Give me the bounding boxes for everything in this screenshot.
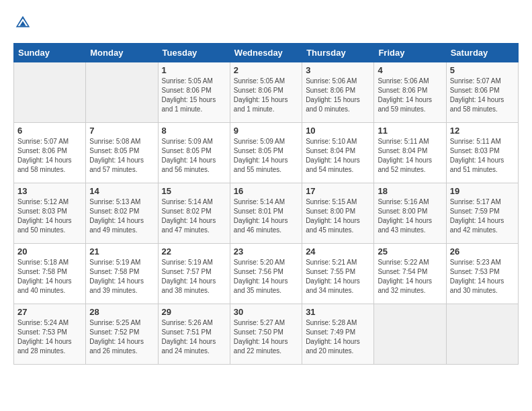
day-cell: 8Sunrise: 5:09 AMSunset: 8:05 PMDaylight… [158, 123, 230, 183]
week-row-2: 6Sunrise: 5:07 AMSunset: 8:06 PMDaylight… [14, 123, 519, 183]
day-number: 27 [17, 307, 82, 317]
day-info: Sunrise: 5:07 AMSunset: 8:06 PMDaylight:… [450, 77, 515, 114]
day-info: Sunrise: 5:08 AMSunset: 8:05 PMDaylight:… [89, 137, 154, 175]
day-number: 21 [89, 246, 154, 257]
week-row-1: 1Sunrise: 5:05 AMSunset: 8:06 PMDaylight… [14, 62, 519, 123]
day-cell: 29Sunrise: 5:26 AMSunset: 7:51 PMDayligh… [158, 304, 230, 365]
day-info: Sunrise: 5:19 AMSunset: 7:58 PMDaylight:… [89, 258, 154, 295]
day-cell: 16Sunrise: 5:14 AMSunset: 8:01 PMDayligh… [230, 183, 302, 244]
calendar-table: SundayMondayTuesdayWednesdayThursdayFrid… [13, 43, 519, 365]
day-info: Sunrise: 5:11 AMSunset: 8:04 PMDaylight:… [378, 137, 442, 175]
day-cell: 3Sunrise: 5:06 AMSunset: 8:06 PMDaylight… [302, 62, 374, 123]
day-info: Sunrise: 5:14 AMSunset: 8:02 PMDaylight:… [162, 197, 226, 235]
day-cell: 1Sunrise: 5:05 AMSunset: 8:06 PMDaylight… [158, 62, 230, 123]
day-cell: 22Sunrise: 5:19 AMSunset: 7:57 PMDayligh… [158, 244, 230, 304]
day-info: Sunrise: 5:11 AMSunset: 8:03 PMDaylight:… [450, 137, 515, 175]
day-number: 5 [450, 65, 515, 75]
day-cell: 24Sunrise: 5:21 AMSunset: 7:55 PMDayligh… [302, 244, 374, 304]
day-header-friday: Friday [374, 44, 446, 62]
day-info: Sunrise: 5:09 AMSunset: 8:05 PMDaylight:… [162, 137, 226, 175]
day-info: Sunrise: 5:21 AMSunset: 7:55 PMDaylight:… [306, 258, 370, 295]
day-number: 11 [378, 126, 442, 136]
day-header-saturday: Saturday [446, 44, 518, 62]
day-cell [86, 62, 158, 123]
day-info: Sunrise: 5:28 AMSunset: 7:49 PMDaylight:… [306, 318, 370, 356]
day-number: 15 [162, 186, 226, 196]
day-number: 22 [162, 246, 226, 257]
day-cell: 28Sunrise: 5:25 AMSunset: 7:52 PMDayligh… [86, 304, 158, 365]
day-number: 29 [162, 307, 226, 317]
day-header-tuesday: Tuesday [158, 44, 230, 62]
day-header-thursday: Thursday [302, 44, 374, 62]
day-info: Sunrise: 5:05 AMSunset: 8:06 PMDaylight:… [162, 77, 226, 114]
logo-icon [13, 13, 32, 32]
day-cell: 20Sunrise: 5:18 AMSunset: 7:58 PMDayligh… [14, 244, 86, 304]
week-row-3: 13Sunrise: 5:12 AMSunset: 8:03 PMDayligh… [14, 183, 519, 244]
day-info: Sunrise: 5:22 AMSunset: 7:54 PMDaylight:… [378, 258, 442, 295]
day-cell: 12Sunrise: 5:11 AMSunset: 8:03 PMDayligh… [446, 123, 518, 183]
day-cell: 31Sunrise: 5:28 AMSunset: 7:49 PMDayligh… [302, 304, 374, 365]
day-info: Sunrise: 5:19 AMSunset: 7:57 PMDaylight:… [162, 258, 226, 295]
day-number: 26 [450, 246, 515, 257]
day-cell: 13Sunrise: 5:12 AMSunset: 8:03 PMDayligh… [14, 183, 86, 244]
day-info: Sunrise: 5:15 AMSunset: 8:00 PMDaylight:… [306, 197, 370, 235]
day-info: Sunrise: 5:14 AMSunset: 8:01 PMDaylight:… [234, 197, 298, 235]
day-info: Sunrise: 5:06 AMSunset: 8:06 PMDaylight:… [378, 77, 442, 114]
day-cell: 19Sunrise: 5:17 AMSunset: 7:59 PMDayligh… [446, 183, 518, 244]
day-info: Sunrise: 5:24 AMSunset: 7:53 PMDaylight:… [17, 318, 82, 356]
day-number: 31 [306, 307, 370, 317]
day-cell: 30Sunrise: 5:27 AMSunset: 7:50 PMDayligh… [230, 304, 302, 365]
day-number: 23 [234, 246, 298, 257]
day-number: 30 [234, 307, 298, 317]
day-number: 3 [306, 65, 370, 75]
day-cell [446, 304, 518, 365]
day-number: 12 [450, 126, 515, 136]
day-number: 18 [378, 186, 442, 196]
day-number: 24 [306, 246, 370, 257]
day-number: 17 [306, 186, 370, 196]
day-cell: 4Sunrise: 5:06 AMSunset: 8:06 PMDaylight… [374, 62, 446, 123]
day-cell: 14Sunrise: 5:13 AMSunset: 8:02 PMDayligh… [86, 183, 158, 244]
day-number: 9 [234, 126, 298, 136]
day-header-wednesday: Wednesday [230, 44, 302, 62]
day-number: 1 [162, 65, 226, 75]
day-number: 10 [306, 126, 370, 136]
day-cell: 15Sunrise: 5:14 AMSunset: 8:02 PMDayligh… [158, 183, 230, 244]
day-number: 25 [378, 246, 442, 257]
day-cell: 18Sunrise: 5:16 AMSunset: 8:00 PMDayligh… [374, 183, 446, 244]
day-cell: 17Sunrise: 5:15 AMSunset: 8:00 PMDayligh… [302, 183, 374, 244]
day-cell: 6Sunrise: 5:07 AMSunset: 8:06 PMDaylight… [14, 123, 86, 183]
day-cell: 5Sunrise: 5:07 AMSunset: 8:06 PMDaylight… [446, 62, 518, 123]
day-info: Sunrise: 5:10 AMSunset: 8:04 PMDaylight:… [306, 137, 370, 175]
day-cell: 23Sunrise: 5:20 AMSunset: 7:56 PMDayligh… [230, 244, 302, 304]
day-cell: 27Sunrise: 5:24 AMSunset: 7:53 PMDayligh… [14, 304, 86, 365]
day-info: Sunrise: 5:18 AMSunset: 7:58 PMDaylight:… [17, 258, 82, 295]
day-number: 7 [89, 126, 154, 136]
day-number: 6 [17, 126, 82, 136]
day-number: 20 [17, 246, 82, 257]
day-info: Sunrise: 5:09 AMSunset: 8:05 PMDaylight:… [234, 137, 298, 175]
day-number: 4 [378, 65, 442, 75]
page-header [13, 13, 519, 32]
day-cell: 21Sunrise: 5:19 AMSunset: 7:58 PMDayligh… [86, 244, 158, 304]
day-number: 16 [234, 186, 298, 196]
day-cell: 7Sunrise: 5:08 AMSunset: 8:05 PMDaylight… [86, 123, 158, 183]
day-info: Sunrise: 5:26 AMSunset: 7:51 PMDaylight:… [162, 318, 226, 356]
day-info: Sunrise: 5:05 AMSunset: 8:06 PMDaylight:… [234, 77, 298, 114]
header-row: SundayMondayTuesdayWednesdayThursdayFrid… [14, 44, 519, 62]
day-cell [14, 62, 86, 123]
day-number: 19 [450, 186, 515, 196]
day-header-sunday: Sunday [14, 44, 86, 62]
week-row-4: 20Sunrise: 5:18 AMSunset: 7:58 PMDayligh… [14, 244, 519, 304]
day-cell: 10Sunrise: 5:10 AMSunset: 8:04 PMDayligh… [302, 123, 374, 183]
week-row-5: 27Sunrise: 5:24 AMSunset: 7:53 PMDayligh… [14, 304, 519, 365]
day-info: Sunrise: 5:07 AMSunset: 8:06 PMDaylight:… [17, 137, 82, 175]
day-info: Sunrise: 5:13 AMSunset: 8:02 PMDaylight:… [89, 197, 154, 235]
day-info: Sunrise: 5:06 AMSunset: 8:06 PMDaylight:… [306, 77, 370, 114]
logo [13, 13, 35, 32]
day-cell: 25Sunrise: 5:22 AMSunset: 7:54 PMDayligh… [374, 244, 446, 304]
day-number: 13 [17, 186, 82, 196]
day-cell [374, 304, 446, 365]
day-info: Sunrise: 5:20 AMSunset: 7:56 PMDaylight:… [234, 258, 298, 295]
day-number: 8 [162, 126, 226, 136]
